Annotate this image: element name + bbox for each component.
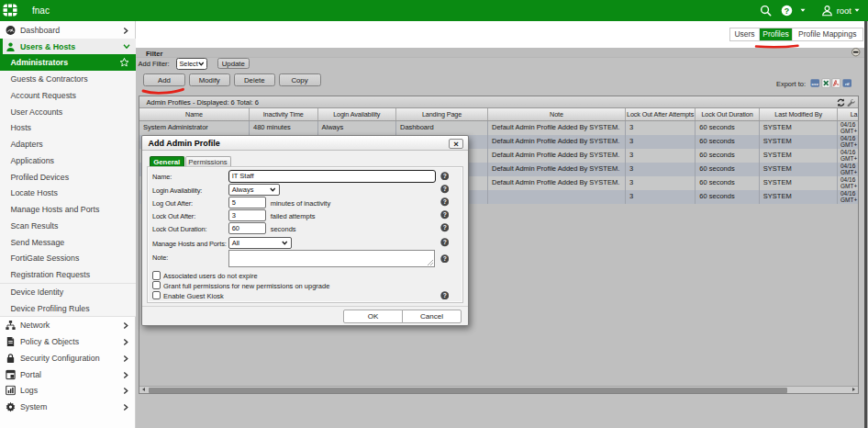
column-header-login-availability[interactable]: Login Availability (318, 108, 397, 120)
settings-wrench-icon[interactable] (847, 98, 855, 107)
ok-button[interactable]: OK (343, 310, 403, 323)
username[interactable]: root (837, 6, 851, 16)
column-header-note[interactable]: Note (488, 108, 626, 120)
pdf-export-icon[interactable] (831, 78, 840, 87)
tab-profile-mappings[interactable]: Profile Mappings (793, 28, 862, 40)
sidebar-item-scan-results[interactable]: Scan Results (0, 218, 136, 234)
column-header-name[interactable]: Name (139, 108, 250, 120)
tab-general[interactable]: General (150, 156, 185, 168)
help-circle-icon[interactable]: ? (440, 185, 450, 194)
excel-export-icon[interactable] (821, 78, 829, 87)
help-circle-icon[interactable]: ? (440, 291, 450, 300)
help-circle-icon[interactable]: ? (440, 172, 450, 181)
field-suffix-lock-out-after: failed attempts (271, 212, 316, 220)
column-header-lock-out-after-attempts[interactable]: Lock Out After Attempts (626, 108, 696, 120)
sidebar-item-applications[interactable]: Applications (0, 152, 136, 169)
help-circle-icon[interactable]: ? (440, 254, 450, 264)
lock-out-after-field[interactable]: 3 (228, 209, 266, 221)
sidebar-item-device-profiling-rules[interactable]: Device Profiling Rules (0, 300, 136, 317)
help-icon[interactable]: ? (781, 5, 793, 17)
sidebar-item-profiled-devices[interactable]: Profiled Devices (0, 169, 136, 186)
copy-button[interactable]: Copy (279, 73, 321, 86)
sidebar-item-security-configuration[interactable]: Security Configuration (0, 350, 136, 366)
cancel-button[interactable]: Cancel (402, 310, 462, 323)
delete-button[interactable]: Delete (234, 73, 276, 86)
modify-button[interactable]: Modify (189, 73, 231, 86)
help-circle-icon[interactable]: ? (440, 197, 450, 207)
note-textarea[interactable] (228, 250, 435, 267)
sidebar-item-label: Applications (11, 156, 54, 165)
sidebar-item-hosts[interactable]: Hosts (0, 119, 136, 136)
sidebar-item-administrators[interactable]: Administrators (0, 54, 136, 71)
column-header-inactivity-time[interactable]: Inactivity Time (250, 108, 318, 120)
sidebar-item-policy-objects[interactable]: Policy & Objects (0, 333, 136, 350)
help-circle-icon[interactable]: ? (440, 238, 450, 247)
sidebar-item-locate-hosts[interactable]: Locate Hosts (0, 185, 136, 201)
filter-select[interactable]: Select (176, 58, 207, 70)
svg-text:?: ? (442, 198, 446, 205)
tab-users[interactable]: Users (730, 28, 760, 40)
sidebar-item-user-accounts[interactable]: User Accounts (0, 104, 136, 120)
sidebar-item-users-hosts[interactable]: Users & Hosts (0, 39, 136, 55)
add-button[interactable]: Add (143, 73, 185, 86)
sidebar-item-account-requests[interactable]: Account Requests (0, 87, 136, 104)
table-cell: 480 minutes (250, 121, 318, 135)
refresh-icon[interactable] (837, 98, 845, 107)
logs-icon (6, 386, 16, 396)
sidebar-item-adapters[interactable]: Adapters (0, 136, 136, 152)
svg-text:rtf: rtf (845, 81, 850, 85)
sidebar-item-fortigate-sessions[interactable]: FortiGate Sessions (0, 250, 136, 266)
login-availability-select[interactable]: Always (228, 184, 280, 196)
csv-export-icon[interactable]: csv (810, 78, 818, 87)
log-out-after-field[interactable]: 5 (228, 197, 266, 208)
checkbox-enable-guest-kiosk[interactable] (152, 291, 161, 300)
table-cell: Always (318, 121, 397, 135)
checkbox-grant-full-permissions[interactable] (152, 281, 161, 290)
star-icon[interactable] (119, 58, 129, 68)
sidebar-item-registration-requests[interactable]: Registration Requests (0, 266, 136, 283)
scroll-left-arrow-icon[interactable] (142, 388, 145, 391)
help-circle-icon[interactable]: ? (440, 223, 450, 232)
table-cell: 3 (626, 135, 696, 149)
sidebar-item-portal[interactable]: Portal (0, 366, 136, 383)
column-header-la[interactable]: La (838, 108, 858, 120)
sidebar-item-network[interactable]: Network (0, 317, 136, 333)
column-header-last-modified-by[interactable]: Last Modified By (760, 108, 839, 120)
help-circle-icon[interactable]: ? (440, 210, 450, 220)
sidebar-item-guests-contractors[interactable]: Guests & Contractors (0, 71, 136, 87)
table-cell: 60 seconds (696, 190, 760, 204)
sidebar-item-system[interactable]: System (0, 399, 136, 415)
scroll-right-arrow-icon[interactable] (852, 388, 855, 391)
checkbox-label: Enable Guest Kiosk (163, 292, 224, 300)
collapse-panel-icon[interactable] (851, 48, 861, 57)
column-header-landing-page[interactable]: Landing Page (396, 108, 488, 120)
rtf-export-icon[interactable]: rtf (842, 78, 851, 87)
resize-grip-icon[interactable] (427, 259, 434, 266)
tab-permissions[interactable]: Permissions (185, 156, 231, 168)
table-cell: 60 seconds (696, 163, 760, 176)
sidebar-item-label: Guests & Contractors (11, 74, 88, 84)
sidebar-item-label: Security Configuration (20, 354, 100, 363)
sidebar-item-send-message[interactable]: Send Message (0, 234, 136, 251)
manage-hosts-ports-select[interactable]: All (228, 237, 292, 249)
sidebar-item-dashboard[interactable]: Dashboard (0, 22, 136, 39)
search-icon[interactable] (760, 5, 772, 17)
checkbox-associated-users-do[interactable] (152, 271, 161, 280)
column-header-lock-out-duration[interactable]: Lock Out Duration (696, 108, 760, 120)
lock-out-duration-field[interactable]: 60 (228, 222, 266, 234)
horizontal-scrollbar[interactable] (139, 386, 858, 394)
sidebar-item-logs[interactable]: Logs (0, 382, 136, 399)
table-row[interactable]: System Administrator480 minutesAlwaysDas… (139, 121, 858, 135)
filter-panel-title: Filter (146, 50, 162, 58)
table-cell: Default Admin Profile Added By SYSTEM. (488, 149, 626, 163)
sidebar-item-device-identity[interactable]: Device Identity (0, 284, 136, 300)
tab-profiles[interactable]: Profiles (760, 28, 793, 40)
scrollbar-thumb[interactable] (149, 388, 787, 393)
chevron-right-icon (123, 355, 129, 361)
name-field[interactable]: IT Staff (228, 170, 436, 183)
close-icon[interactable]: × (449, 139, 463, 149)
sidebar-item-manage-hosts-and-ports[interactable]: Manage Hosts and Ports (0, 201, 136, 218)
sidebar-item-label: Locate Hosts (11, 188, 58, 197)
dialog-title-bar[interactable]: Add Admin Profile × (142, 136, 468, 151)
update-button[interactable]: Update (217, 58, 250, 69)
